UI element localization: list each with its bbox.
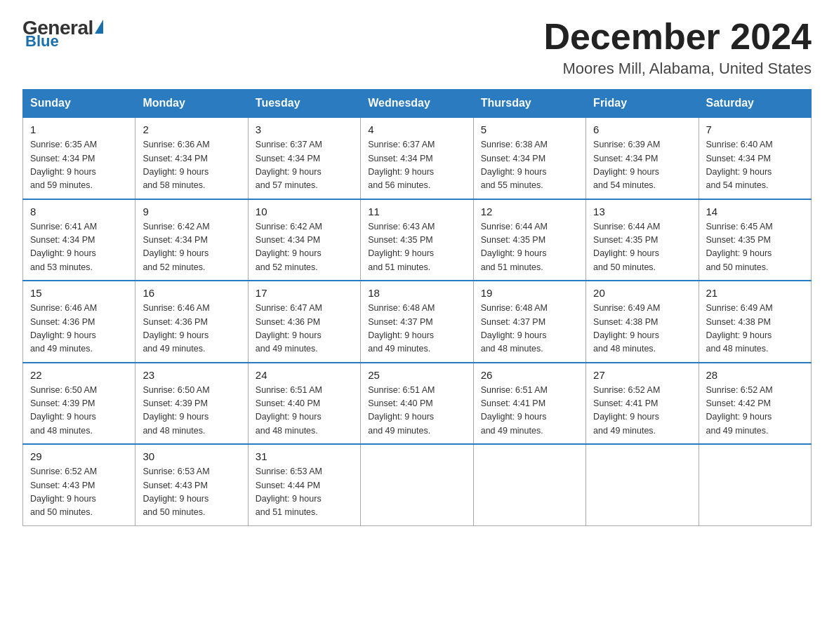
- calendar-cell: 7 Sunrise: 6:40 AMSunset: 4:34 PMDayligh…: [699, 117, 811, 199]
- day-number: 9: [143, 206, 240, 217]
- page-header: General Blue December 2024 Moores Mill, …: [22, 17, 812, 78]
- logo-triangle-icon: [95, 20, 103, 34]
- day-number: 19: [481, 287, 578, 299]
- day-number: 18: [368, 287, 465, 299]
- calendar-cell: 2 Sunrise: 6:36 AMSunset: 4:34 PMDayligh…: [135, 117, 248, 199]
- calendar-cell: 17 Sunrise: 6:47 AMSunset: 4:36 PMDaylig…: [248, 281, 360, 363]
- calendar-cell: 22 Sunrise: 6:50 AMSunset: 4:39 PMDaylig…: [23, 363, 135, 445]
- calendar-cell: [473, 444, 585, 525]
- calendar-cell: 23 Sunrise: 6:50 AMSunset: 4:39 PMDaylig…: [135, 363, 248, 445]
- day-number: 25: [368, 369, 465, 381]
- day-number: 10: [256, 206, 353, 217]
- day-number: 1: [30, 123, 128, 135]
- calendar-title-area: December 2024 Moores Mill, Alabama, Unit…: [543, 17, 812, 78]
- day-info: Sunrise: 6:52 AMSunset: 4:43 PMDaylight:…: [30, 467, 97, 517]
- day-info: Sunrise: 6:50 AMSunset: 4:39 PMDaylight:…: [30, 385, 97, 436]
- day-number: 13: [593, 206, 691, 217]
- day-number: 26: [481, 369, 578, 381]
- day-info: Sunrise: 6:35 AMSunset: 4:34 PMDaylight:…: [30, 140, 97, 190]
- day-number: 14: [706, 206, 804, 217]
- calendar-cell: 30 Sunrise: 6:53 AMSunset: 4:43 PMDaylig…: [135, 444, 248, 525]
- day-number: 24: [256, 369, 353, 381]
- day-number: 16: [143, 287, 240, 299]
- calendar-cell: 19 Sunrise: 6:48 AMSunset: 4:37 PMDaylig…: [473, 281, 585, 363]
- day-info: Sunrise: 6:44 AMSunset: 4:35 PMDaylight:…: [481, 222, 548, 272]
- location-title: Moores Mill, Alabama, United States: [543, 60, 812, 78]
- weekday-header-saturday: Saturday: [699, 90, 811, 118]
- calendar-cell: 10 Sunrise: 6:42 AMSunset: 4:34 PMDaylig…: [248, 199, 360, 281]
- day-number: 17: [256, 287, 353, 299]
- calendar-cell: 16 Sunrise: 6:46 AMSunset: 4:36 PMDaylig…: [135, 281, 248, 363]
- day-info: Sunrise: 6:53 AMSunset: 4:44 PMDaylight:…: [256, 467, 322, 517]
- day-info: Sunrise: 6:51 AMSunset: 4:40 PMDaylight:…: [256, 385, 322, 436]
- weekday-header-sunday: Sunday: [23, 90, 135, 118]
- calendar-cell: [586, 444, 699, 525]
- day-info: Sunrise: 6:50 AMSunset: 4:39 PMDaylight:…: [143, 385, 209, 436]
- weekday-header-monday: Monday: [135, 90, 248, 118]
- day-info: Sunrise: 6:46 AMSunset: 4:36 PMDaylight:…: [30, 303, 97, 354]
- day-info: Sunrise: 6:51 AMSunset: 4:40 PMDaylight:…: [368, 385, 435, 436]
- day-number: 4: [368, 123, 465, 135]
- day-number: 5: [481, 123, 578, 135]
- day-info: Sunrise: 6:41 AMSunset: 4:34 PMDaylight:…: [30, 222, 97, 272]
- calendar-cell: 12 Sunrise: 6:44 AMSunset: 4:35 PMDaylig…: [473, 199, 585, 281]
- day-number: 31: [256, 450, 353, 462]
- day-number: 30: [143, 450, 240, 462]
- day-number: 11: [368, 206, 465, 217]
- calendar-cell: [361, 444, 473, 525]
- day-info: Sunrise: 6:48 AMSunset: 4:37 PMDaylight:…: [481, 303, 548, 354]
- day-info: Sunrise: 6:44 AMSunset: 4:35 PMDaylight:…: [593, 222, 660, 272]
- day-info: Sunrise: 6:42 AMSunset: 4:34 PMDaylight:…: [143, 222, 209, 272]
- weekday-header-friday: Friday: [586, 90, 699, 118]
- calendar-cell: 11 Sunrise: 6:43 AMSunset: 4:35 PMDaylig…: [361, 199, 473, 281]
- calendar-cell: 14 Sunrise: 6:45 AMSunset: 4:35 PMDaylig…: [699, 199, 811, 281]
- calendar-cell: 13 Sunrise: 6:44 AMSunset: 4:35 PMDaylig…: [586, 199, 699, 281]
- calendar-week-row: 1 Sunrise: 6:35 AMSunset: 4:34 PMDayligh…: [23, 117, 812, 199]
- calendar-cell: 4 Sunrise: 6:37 AMSunset: 4:34 PMDayligh…: [361, 117, 473, 199]
- day-info: Sunrise: 6:40 AMSunset: 4:34 PMDaylight:…: [706, 140, 773, 190]
- day-info: Sunrise: 6:39 AMSunset: 4:34 PMDaylight:…: [593, 140, 660, 190]
- day-number: 8: [30, 206, 128, 217]
- day-number: 28: [706, 369, 804, 381]
- day-info: Sunrise: 6:49 AMSunset: 4:38 PMDaylight:…: [593, 303, 660, 354]
- day-info: Sunrise: 6:36 AMSunset: 4:34 PMDaylight:…: [143, 140, 209, 190]
- calendar-cell: 6 Sunrise: 6:39 AMSunset: 4:34 PMDayligh…: [586, 117, 699, 199]
- weekday-header-wednesday: Wednesday: [361, 90, 473, 118]
- day-number: 22: [30, 369, 128, 381]
- day-number: 3: [256, 123, 353, 135]
- day-number: 23: [143, 369, 240, 381]
- calendar-cell: 28 Sunrise: 6:52 AMSunset: 4:42 PMDaylig…: [699, 363, 811, 445]
- day-number: 27: [593, 369, 691, 381]
- day-number: 7: [706, 123, 804, 135]
- calendar-cell: 9 Sunrise: 6:42 AMSunset: 4:34 PMDayligh…: [135, 199, 248, 281]
- day-info: Sunrise: 6:47 AMSunset: 4:36 PMDaylight:…: [256, 303, 322, 354]
- calendar-cell: 3 Sunrise: 6:37 AMSunset: 4:34 PMDayligh…: [248, 117, 360, 199]
- logo-blue-text: Blue: [25, 32, 59, 51]
- day-info: Sunrise: 6:51 AMSunset: 4:41 PMDaylight:…: [481, 385, 548, 436]
- calendar-cell: 18 Sunrise: 6:48 AMSunset: 4:37 PMDaylig…: [361, 281, 473, 363]
- day-number: 29: [30, 450, 128, 462]
- weekday-header-row: SundayMondayTuesdayWednesdayThursdayFrid…: [23, 90, 812, 118]
- calendar-week-row: 8 Sunrise: 6:41 AMSunset: 4:34 PMDayligh…: [23, 199, 812, 281]
- day-info: Sunrise: 6:48 AMSunset: 4:37 PMDaylight:…: [368, 303, 435, 354]
- calendar-cell: 5 Sunrise: 6:38 AMSunset: 4:34 PMDayligh…: [473, 117, 585, 199]
- day-info: Sunrise: 6:46 AMSunset: 4:36 PMDaylight:…: [143, 303, 209, 354]
- calendar-cell: 27 Sunrise: 6:52 AMSunset: 4:41 PMDaylig…: [586, 363, 699, 445]
- calendar-cell: 25 Sunrise: 6:51 AMSunset: 4:40 PMDaylig…: [361, 363, 473, 445]
- calendar-cell: 1 Sunrise: 6:35 AMSunset: 4:34 PMDayligh…: [23, 117, 135, 199]
- day-number: 2: [143, 123, 240, 135]
- day-info: Sunrise: 6:49 AMSunset: 4:38 PMDaylight:…: [706, 303, 773, 354]
- calendar-cell: 26 Sunrise: 6:51 AMSunset: 4:41 PMDaylig…: [473, 363, 585, 445]
- day-info: Sunrise: 6:53 AMSunset: 4:43 PMDaylight:…: [143, 467, 209, 517]
- calendar-cell: 15 Sunrise: 6:46 AMSunset: 4:36 PMDaylig…: [23, 281, 135, 363]
- calendar-cell: 21 Sunrise: 6:49 AMSunset: 4:38 PMDaylig…: [699, 281, 811, 363]
- calendar-cell: 31 Sunrise: 6:53 AMSunset: 4:44 PMDaylig…: [248, 444, 360, 525]
- day-info: Sunrise: 6:42 AMSunset: 4:34 PMDaylight:…: [256, 222, 322, 272]
- day-number: 6: [593, 123, 691, 135]
- calendar-cell: [699, 444, 811, 525]
- day-number: 20: [593, 287, 691, 299]
- day-info: Sunrise: 6:38 AMSunset: 4:34 PMDaylight:…: [481, 140, 548, 190]
- day-number: 12: [481, 206, 578, 217]
- day-info: Sunrise: 6:52 AMSunset: 4:41 PMDaylight:…: [593, 385, 660, 436]
- calendar-week-row: 15 Sunrise: 6:46 AMSunset: 4:36 PMDaylig…: [23, 281, 812, 363]
